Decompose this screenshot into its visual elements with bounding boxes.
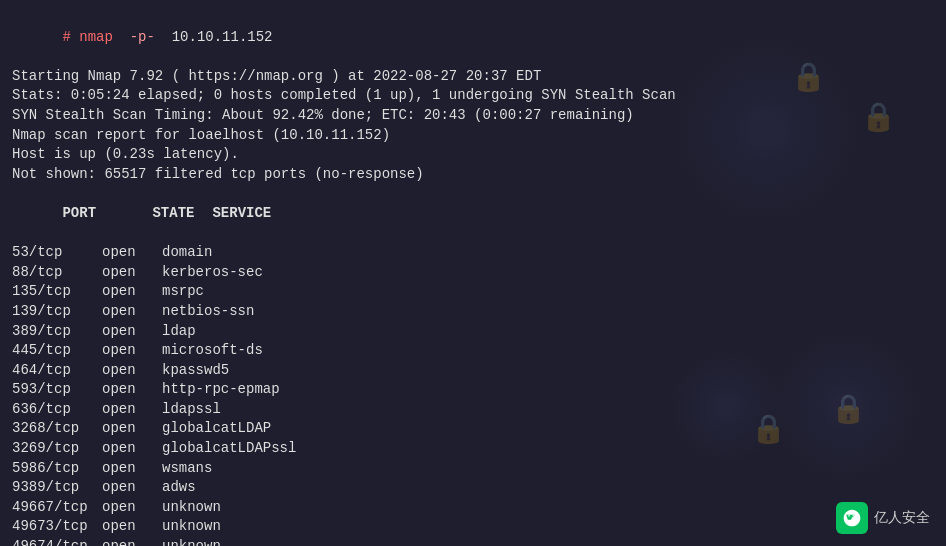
service-cell: kerberos-sec — [162, 264, 263, 280]
table-row: 49667/tcpopenunknown — [12, 498, 934, 518]
table-row: 49673/tcpopenunknown — [12, 517, 934, 537]
table-row: 3269/tcpopenglobalcatLDAPssl — [12, 439, 934, 459]
port-table: 53/tcpopendomain88/tcpopenkerberos-sec13… — [12, 243, 934, 546]
service-cell: unknown — [162, 499, 221, 515]
state-cell: open — [102, 282, 162, 302]
state-cell: open — [102, 478, 162, 498]
terminal-window: 🔒 🔒 🔒 🔒 # nmap -p- 10.10.11.152 Starting… — [0, 0, 946, 546]
output-line-6: Not shown: 65517 filtered tcp ports (no-… — [12, 165, 934, 185]
state-cell: open — [102, 243, 162, 263]
port-cell: 9389/tcp — [12, 478, 102, 498]
service-cell: wsmans — [162, 460, 212, 476]
port-cell: 49667/tcp — [12, 498, 102, 518]
port-cell: 53/tcp — [12, 243, 102, 263]
service-cell: globalcatLDAP — [162, 420, 271, 436]
table-row: 88/tcpopenkerberos-sec — [12, 263, 934, 283]
state-cell: open — [102, 498, 162, 518]
tool-name: nmap — [79, 29, 113, 45]
port-cell: 3269/tcp — [12, 439, 102, 459]
state-cell: open — [102, 361, 162, 381]
port-cell: 5986/tcp — [12, 459, 102, 479]
table-row: 53/tcpopendomain — [12, 243, 934, 263]
state-cell: open — [102, 380, 162, 400]
output-line-5: Host is up (0.23s latency). — [12, 145, 934, 165]
service-cell: globalcatLDAPssl — [162, 440, 296, 456]
service-cell: ldap — [162, 323, 196, 339]
port-cell: 135/tcp — [12, 282, 102, 302]
header-port: PORT — [62, 204, 152, 224]
port-cell: 636/tcp — [12, 400, 102, 420]
table-row: 636/tcpopenldapssl — [12, 400, 934, 420]
watermark: 亿人安全 — [836, 502, 930, 534]
state-cell: open — [102, 263, 162, 283]
table-row: 389/tcpopenldap — [12, 322, 934, 342]
service-cell: ldapssl — [162, 401, 221, 417]
state-cell: open — [102, 322, 162, 342]
table-row: 139/tcpopennetbios-ssn — [12, 302, 934, 322]
port-cell: 139/tcp — [12, 302, 102, 322]
port-cell: 49673/tcp — [12, 517, 102, 537]
port-cell: 3268/tcp — [12, 419, 102, 439]
state-cell: open — [102, 517, 162, 537]
service-cell: microsoft-ds — [162, 342, 263, 358]
header-state: STATE — [152, 204, 212, 224]
port-cell: 88/tcp — [12, 263, 102, 283]
output-line-1: Starting Nmap 7.92 ( https://nmap.org ) … — [12, 67, 934, 87]
target — [155, 29, 172, 45]
service-cell: adws — [162, 479, 196, 495]
state-cell: open — [102, 537, 162, 546]
port-cell: 389/tcp — [12, 322, 102, 342]
flag — [113, 29, 130, 45]
table-row: 9389/tcpopenadws — [12, 478, 934, 498]
header-service: SERVICE — [212, 205, 271, 221]
table-row: 49674/tcpopenunknown — [12, 537, 934, 546]
watermark-text: 亿人安全 — [874, 509, 930, 527]
command-line: # nmap -p- 10.10.11.152 — [12, 8, 934, 67]
service-cell: kpasswd5 — [162, 362, 229, 378]
prompt-symbol: # — [62, 29, 79, 45]
state-cell: open — [102, 419, 162, 439]
service-cell: unknown — [162, 518, 221, 534]
port-cell: 593/tcp — [12, 380, 102, 400]
state-cell: open — [102, 459, 162, 479]
table-row: 464/tcpopenkpasswd5 — [12, 361, 934, 381]
table-row: 445/tcpopenmicrosoft-ds — [12, 341, 934, 361]
ip: 10.10.11.152 — [172, 29, 273, 45]
state-cell: open — [102, 302, 162, 322]
output-line-3: SYN Stealth Scan Timing: About 92.42% do… — [12, 106, 934, 126]
state-cell: open — [102, 439, 162, 459]
table-row: 5986/tcpopenwsmans — [12, 459, 934, 479]
port-cell: 464/tcp — [12, 361, 102, 381]
flag-text: -p- — [130, 29, 155, 45]
service-cell: unknown — [162, 538, 221, 546]
port-cell: 49674/tcp — [12, 537, 102, 546]
state-cell: open — [102, 341, 162, 361]
port-cell: 445/tcp — [12, 341, 102, 361]
output-line-2: Stats: 0:05:24 elapsed; 0 hosts complete… — [12, 86, 934, 106]
table-row: 593/tcpopenhttp-rpc-epmap — [12, 380, 934, 400]
wechat-icon — [836, 502, 868, 534]
output-line-4: Nmap scan report for loaelhost (10.10.11… — [12, 126, 934, 146]
service-cell: domain — [162, 244, 212, 260]
service-cell: msrpc — [162, 283, 204, 299]
table-row: 135/tcpopenmsrpc — [12, 282, 934, 302]
terminal-content: # nmap -p- 10.10.11.152 Starting Nmap 7.… — [12, 8, 934, 546]
table-row: 3268/tcpopenglobalcatLDAP — [12, 419, 934, 439]
service-cell: netbios-ssn — [162, 303, 254, 319]
table-header: PORTSTATESERVICE — [12, 184, 934, 243]
service-cell: http-rpc-epmap — [162, 381, 280, 397]
state-cell: open — [102, 400, 162, 420]
